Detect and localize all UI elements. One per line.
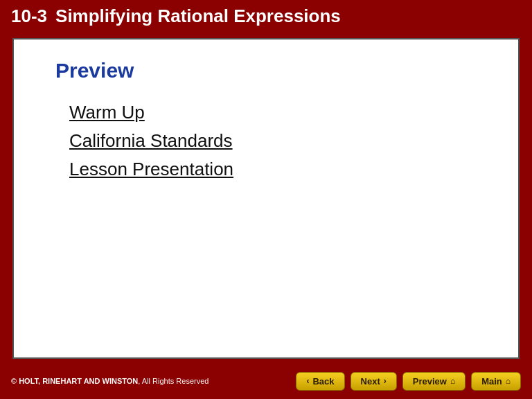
back-button[interactable]: ‹ Back: [296, 372, 344, 391]
preview-home-icon: ⌂: [450, 376, 455, 386]
preview-title: Preview: [55, 59, 490, 82]
main-button[interactable]: Main ⌂: [471, 372, 521, 391]
next-button[interactable]: Next ›: [351, 372, 397, 391]
main-content: Preview Warm Up California Standards Les…: [0, 34, 532, 363]
preview-label: Preview: [413, 376, 447, 387]
header: 10-3 Simplifying Rational Expressions: [0, 0, 532, 34]
copyright-text: © HOLT, RINEHART AND WINSTON, All Rights…: [11, 377, 209, 385]
next-chevron-icon: ›: [384, 376, 387, 386]
preview-button[interactable]: Preview ⌂: [402, 372, 466, 391]
warm-up-link[interactable]: Warm Up: [69, 102, 145, 123]
nav-links: Warm Up California Standards Lesson Pres…: [69, 102, 490, 180]
slide-container: Preview Warm Up California Standards Les…: [12, 38, 520, 359]
back-label: Back: [312, 376, 334, 387]
lesson-presentation-link[interactable]: Lesson Presentation: [69, 159, 233, 180]
lesson-title: Simplifying Rational Expressions: [55, 6, 341, 27]
copyright-brand: © HOLT, RINEHART AND WINSTON: [11, 377, 138, 385]
footer: © HOLT, RINEHART AND WINSTON, All Rights…: [0, 363, 532, 399]
footer-buttons: ‹ Back Next › Preview ⌂ Main ⌂: [296, 372, 521, 391]
lesson-number: 10-3: [11, 6, 47, 27]
california-standards-link[interactable]: California Standards: [69, 130, 233, 152]
back-chevron-icon: ‹: [306, 376, 309, 386]
next-label: Next: [361, 376, 380, 387]
main-home-icon: ⌂: [506, 376, 511, 386]
main-label: Main: [481, 376, 502, 387]
